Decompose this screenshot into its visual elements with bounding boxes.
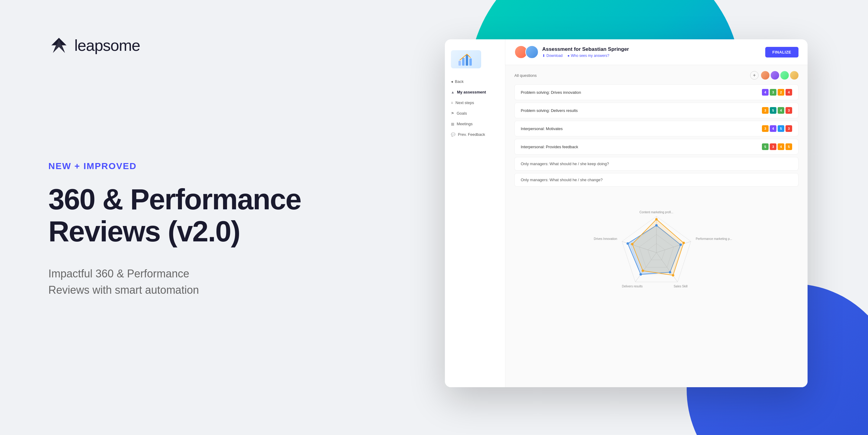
sidebar-item-goals[interactable]: ⚑ Goals xyxy=(445,108,505,119)
badge-3: 4 xyxy=(778,143,784,150)
question-row: Interpersonal: Provides feedback 5 3 4 5 xyxy=(515,139,799,154)
badge-2: 3 xyxy=(770,89,776,95)
person-icon: ▲ xyxy=(451,90,455,94)
assessment-links: ⬇ Download ● Who sees my answers? xyxy=(542,54,629,58)
svg-rect-4 xyxy=(466,55,468,66)
sidebar-item-label: Goals xyxy=(457,111,467,116)
svg-point-18 xyxy=(679,243,682,246)
download-link[interactable]: ⬇ Download xyxy=(542,54,562,58)
rating-badges: 4 3 2 4 xyxy=(762,89,792,95)
svg-rect-2 xyxy=(459,61,461,66)
sidebar-chart-icon xyxy=(457,52,475,67)
svg-text:Delivers results: Delivers results xyxy=(622,285,643,288)
list-icon: ≡ xyxy=(451,101,453,105)
sidebar-item-meetings[interactable]: ▦ Meetings xyxy=(445,119,505,129)
sidebar-item-label: Next steps xyxy=(456,100,474,105)
sidebar-item-prev-feedback[interactable]: 💬 Prev. Feedback xyxy=(445,129,505,140)
sidebar-logo-area xyxy=(445,46,505,73)
reviewer-avatar-3 xyxy=(780,71,789,80)
sidebar-item-label: My assessment xyxy=(457,90,486,94)
rating-badges: 3 5 4 3 xyxy=(762,107,792,114)
assessment-left: Assessment for Sebastian Springer ⬇ Down… xyxy=(515,46,629,59)
download-icon: ⬇ xyxy=(542,54,545,58)
main-heading: 360 & Performance Reviews (v2.0) xyxy=(49,183,375,247)
sidebar-item-my-assessment[interactable]: ▲ My assessment xyxy=(445,87,505,97)
avatar-group xyxy=(515,46,538,59)
question-text: Only managers: What should he / she keep… xyxy=(521,162,609,166)
sidebar-item-label: Meetings xyxy=(457,122,473,126)
svg-text:Sales Skill: Sales Skill xyxy=(674,285,688,288)
flag-icon: ⚑ xyxy=(451,111,454,116)
sidebar: ◂ Back ▲ My assessment ≡ Next steps ⚑ Go… xyxy=(445,39,505,387)
sidebar-item-label: Prev. Feedback xyxy=(458,132,485,137)
svg-text:Content marketing profi...: Content marketing profi... xyxy=(640,210,673,214)
svg-point-23 xyxy=(682,242,685,244)
assessment-title-group: Assessment for Sebastian Springer ⬇ Down… xyxy=(542,46,629,58)
reviewer-avatars xyxy=(761,71,799,80)
question-text: Interpersonal: Provides feedback xyxy=(521,145,578,149)
content-area: NEW + IMPROVED 360 & Performance Reviews… xyxy=(49,161,375,298)
badge-3: 2 xyxy=(778,89,784,95)
left-panel: leapsome NEW + IMPROVED 360 & Performanc… xyxy=(0,0,423,435)
back-label: Back xyxy=(455,79,464,84)
questions-header: All questions + xyxy=(515,71,799,80)
rating-badges: 3 4 5 3 xyxy=(762,125,792,132)
badge-text: NEW + IMPROVED xyxy=(49,161,375,171)
question-text: Problem solving: Drives innovation xyxy=(521,90,581,95)
questions-section: All questions + xyxy=(505,65,808,195)
radar-container: Content marketing profi... Performance m… xyxy=(515,201,799,304)
finalize-button[interactable]: FINALIZE xyxy=(765,47,799,57)
question-row: Interpersonal: Motivates 3 4 5 3 xyxy=(515,121,799,137)
question-row: Only managers: What should he / she keep… xyxy=(515,157,799,171)
svg-point-20 xyxy=(640,273,642,276)
badge-4: 5 xyxy=(785,143,792,150)
badge-4: 4 xyxy=(785,89,792,95)
sidebar-nav: ▲ My assessment ≡ Next steps ⚑ Goals ▦ M… xyxy=(445,87,505,140)
badge-1: 3 xyxy=(762,125,769,132)
who-sees-link[interactable]: ● Who sees my answers? xyxy=(567,54,609,58)
questions-title: All questions xyxy=(515,73,537,78)
sidebar-logo-img xyxy=(451,50,481,68)
radar-section: Content marketing profi... Performance m… xyxy=(505,195,808,310)
eye-icon: ● xyxy=(567,54,569,58)
avatar-subject xyxy=(525,46,538,59)
badge-1: 3 xyxy=(762,107,769,114)
assessment-header: Assessment for Sebastian Springer ⬇ Down… xyxy=(505,39,808,65)
svg-text:Drives Innovation: Drives Innovation xyxy=(594,237,617,240)
leapsome-logo-icon xyxy=(49,36,69,54)
rating-badges: 5 3 4 5 xyxy=(762,143,792,150)
sidebar-item-next-steps[interactable]: ≡ Next steps xyxy=(445,97,505,108)
back-arrow-icon: ◂ xyxy=(451,79,453,84)
calendar-icon: ▦ xyxy=(451,122,454,126)
logo-container: leapsome xyxy=(49,36,140,54)
question-row: Problem solving: Drives innovation 4 3 2… xyxy=(515,84,799,100)
badge-3: 5 xyxy=(778,125,784,132)
svg-text:Performance marketing p...: Performance marketing p... xyxy=(696,237,732,240)
badge-4: 3 xyxy=(785,125,792,132)
question-text: Problem solving: Delivers results xyxy=(521,108,578,113)
svg-point-22 xyxy=(655,218,658,221)
badge-1: 5 xyxy=(762,143,769,150)
question-text: Only managers: What should he / she chan… xyxy=(521,178,602,182)
app-layout: ◂ Back ▲ My assessment ≡ Next steps ⚑ Go… xyxy=(445,39,808,387)
svg-point-25 xyxy=(642,269,644,272)
reviewer-avatar-4 xyxy=(790,71,799,80)
badge-2: 3 xyxy=(770,143,776,150)
badge-2: 4 xyxy=(770,125,776,132)
questions-controls: + xyxy=(750,71,799,80)
svg-rect-5 xyxy=(469,58,472,66)
add-question-button[interactable]: + xyxy=(750,71,758,80)
question-row: Problem solving: Delivers results 3 5 4 … xyxy=(515,103,799,118)
app-card: ◂ Back ▲ My assessment ≡ Next steps ⚑ Go… xyxy=(445,39,808,387)
chat-icon: 💬 xyxy=(451,133,456,137)
right-panel: ◂ Back ▲ My assessment ≡ Next steps ⚑ Go… xyxy=(445,24,844,411)
svg-point-24 xyxy=(672,274,674,277)
svg-point-21 xyxy=(626,242,629,245)
radar-chart: Content marketing profi... Performance m… xyxy=(566,204,747,301)
reviewer-avatar-1 xyxy=(761,71,770,80)
svg-rect-3 xyxy=(462,58,465,66)
svg-point-19 xyxy=(669,271,671,273)
svg-point-26 xyxy=(631,243,633,245)
sidebar-back[interactable]: ◂ Back xyxy=(445,76,505,87)
svg-marker-1 xyxy=(51,39,66,53)
